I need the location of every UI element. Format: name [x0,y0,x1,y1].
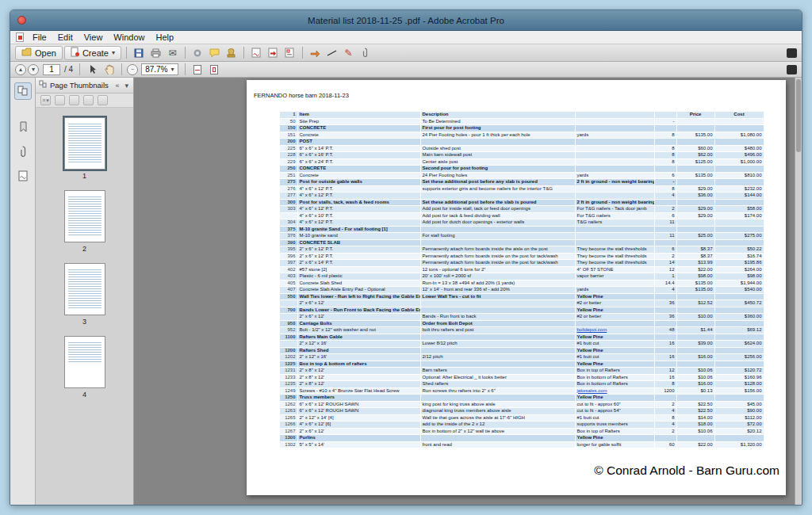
sign-icon[interactable] [249,46,264,59]
thumbnail-page-2[interactable] [64,190,105,242]
cell-num: 151 [280,132,297,139]
cell-item: Concrete [297,172,420,179]
thumbnail-page-3[interactable] [64,263,105,315]
collapse-panel-icon[interactable]: « [113,82,121,90]
cell-num: 1200 [280,347,297,354]
title-bar[interactable]: Material list 2018-11-25 .pdf - Adobe Ac… [10,10,802,31]
select-tool-icon[interactable] [85,63,100,76]
pencil-icon[interactable]: ✎ [341,46,356,59]
print-pages-icon[interactable] [55,95,65,105]
cell-item: 2" x 12" x 14' [4] [297,414,420,422]
cell-qty: - [654,179,676,186]
bookmarks-nav-icon[interactable] [14,118,32,135]
delete-page-icon[interactable] [98,95,108,105]
email-icon[interactable]: ✉ [165,46,180,59]
cell-cost: $1,944.00 [714,280,764,287]
material-list-table: 1ItemDescriptionPriceCost50Site PrepTo B… [280,112,764,448]
cell-cost: $540.00 [714,287,764,294]
forms-icon[interactable] [282,46,297,59]
table-row: 12352" x 8" x 12'Shed raftersBox in bott… [280,381,764,388]
attachments-nav-icon[interactable] [14,143,32,160]
insert-page-icon[interactable] [69,95,79,105]
thumbnail-page-1[interactable] [64,117,105,170]
page-thumbnail-item[interactable]: 2 [64,190,105,253]
thumbnail-options-icon[interactable]: ≡▾ [40,95,51,105]
table-row: 2256" x 6" x 14' P.T.Outside shed post8$… [280,145,764,152]
cell-note: 4" OF 57 STONE [575,266,654,273]
panel-header: Page Thumbnails « ▾ [36,78,133,93]
scrollbar-thumb[interactable] [796,79,801,152]
create-document-icon [71,47,79,59]
cell-desc [420,435,575,442]
fit-width-button[interactable] [190,63,205,76]
panel-menu-icon[interactable]: ▾ [123,82,130,90]
cell-price: $8.37 [676,253,714,260]
menu-window[interactable]: Window [108,31,150,44]
thumbnail-page-4[interactable] [64,336,105,388]
menu-view[interactable]: View [79,31,109,44]
hand-tool-icon[interactable] [102,63,117,76]
cell-price: $135.00 [676,280,714,287]
export-pdf-icon[interactable] [266,46,281,59]
signatures-nav-icon[interactable] [14,167,32,185]
cell-desc: Order from Bolt Depot [420,320,575,327]
create-button[interactable]: Create ▾ [64,46,121,60]
cell-price [676,199,714,206]
paperclip-icon[interactable] [358,46,373,59]
menu-edit[interactable]: Edit [52,31,79,44]
cell-desc: Description [420,112,575,118]
cell-price [676,166,714,173]
table-row: 1250Truss membersYellow Pine [280,395,764,402]
cell-desc [420,347,575,354]
page-thumbnail-item[interactable]: 1 [64,117,105,180]
close-button[interactable] [17,16,26,25]
zoom-level-dropdown[interactable]: 87.7% ▾ [141,63,178,75]
cell-qty [654,293,676,300]
toolbar-options-icon[interactable] [787,48,797,58]
supplier-link[interactable]: boltdepot.com [577,327,607,332]
page-thumbnails-nav-icon[interactable] [14,82,32,100]
stamp-icon[interactable] [224,46,239,59]
menu-file[interactable]: File [27,31,52,44]
toolbar-separator [243,47,244,59]
cell-cost [714,307,764,314]
cell-price [676,307,714,314]
save-icon[interactable] [132,46,147,59]
cell-price: $14.00 [676,414,714,422]
fit-page-button[interactable] [207,63,222,76]
cell-price: $10.00 [676,314,714,321]
gear-icon[interactable] [190,46,205,59]
zoom-out-button[interactable]: − [127,64,138,75]
rotate-page-icon[interactable] [83,95,94,105]
cell-num: 1250 [280,395,297,402]
panel-toggle-icon[interactable] [787,65,797,74]
print-icon[interactable] [148,46,163,59]
cell-note [575,145,654,152]
line-tool-icon[interactable] [324,46,339,59]
cell-qty: 8 [654,414,676,422]
cell-qty: 6 [654,246,676,254]
page-thumbnail-item[interactable]: 3 [64,263,105,326]
cell-desc: add to the inside of the 2 x 12 [420,422,575,429]
document-area: FERNANDO horse barn 2018-11-23 1ItemDesc… [134,78,802,505]
supplier-link[interactable]: jakesales.com [577,388,607,393]
previous-page-button[interactable]: ▲ [15,64,26,75]
open-button[interactable]: Open [15,46,63,60]
next-page-button[interactable]: ▼ [28,64,39,75]
cell-item: 2" x 8" x 12' [297,368,420,375]
cell-item: CONCRETE SLAB [297,239,420,246]
cell-desc: Permanently attach form boards inside on… [420,260,575,267]
vertical-scrollbar[interactable] [795,78,802,505]
cell-qty [654,347,676,354]
arrow-tool-icon[interactable] [308,46,323,59]
toolbar-separator [302,47,303,59]
page-thumbnail-item[interactable]: 4 [64,336,105,399]
page-number-input[interactable]: 1 [43,64,60,75]
cell-num: 1302 [280,441,297,448]
comment-icon[interactable] [207,46,222,59]
cell-item: CONCRETE [297,166,420,173]
cell-cost [714,435,764,442]
menu-help[interactable]: Help [150,31,179,44]
table-row: 275Post for outside gable wallsSet these… [280,179,764,186]
cell-price [676,226,714,233]
